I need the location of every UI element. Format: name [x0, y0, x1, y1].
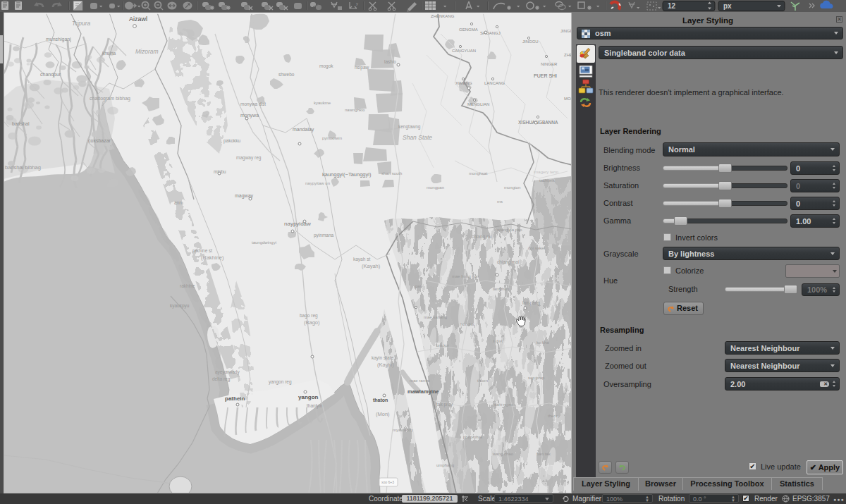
svg-text:hsipaw: hsipaw: [355, 65, 369, 70]
svg-text:mae sariang: mae sariang: [424, 315, 447, 319]
svg-text:barishal: barishal: [12, 121, 30, 126]
svg-text:pakokku: pakokku: [223, 138, 241, 144]
svg-text:phop phra: phop phra: [463, 435, 483, 439]
svg-text:mandalay: mandalay: [293, 127, 314, 133]
svg-text:(Rakhine): (Rakhine): [201, 254, 224, 261]
svg-text:sop prap: sop prap: [528, 376, 545, 380]
svg-text:Tripura: Tripura: [72, 20, 91, 27]
svg-text:Mizoram: Mizoram: [135, 48, 159, 55]
svg-text:MENGLIAN: MENGLIAN: [467, 102, 489, 106]
svg-text:lampang: lampang: [522, 300, 540, 306]
svg-text:kyaukpyu: kyaukpyu: [170, 303, 190, 309]
svg-text:XIMENG: XIMENG: [455, 81, 472, 85]
svg-text:pyinoolwin: pyinoolwin: [322, 136, 342, 140]
svg-text:JINGD: JINGD: [560, 29, 572, 33]
svg-text:pathein: pathein: [225, 395, 245, 402]
svg-text:wiang pa pao: wiang pa pao: [496, 228, 522, 232]
svg-text:(Mon): (Mon): [376, 411, 390, 417]
svg-text:myawaddy: myawaddy: [393, 428, 413, 432]
svg-text:mae ramat: mae ramat: [410, 379, 430, 383]
svg-text:ko kha: ko kha: [537, 340, 549, 345]
svg-text:kengtawng: kengtawng: [398, 124, 421, 130]
svg-text:ann: ann: [174, 200, 182, 205]
svg-text:munshiganj: munshiganj: [46, 37, 71, 42]
svg-text:LANCANG: LANCANG: [484, 81, 505, 85]
svg-text:thern: thern: [548, 414, 558, 418]
svg-text:ms: ms: [497, 199, 503, 204]
svg-text:CANGYUAN: CANGYUAN: [452, 49, 476, 53]
svg-text:mongton: mongton: [504, 185, 520, 190]
svg-text:thaton: thaton: [373, 398, 388, 402]
svg-text:shan south: shan south: [381, 171, 402, 176]
svg-text:12: 12: [668, 2, 676, 10]
svg-text:lashio: lashio: [384, 59, 396, 64]
svg-text:yangon: yangon: [298, 394, 319, 400]
svg-text:thanlyin: thanlyin: [307, 403, 323, 409]
svg-text:hot dist: hot dist: [460, 322, 474, 326]
svg-text:om koi: om koi: [436, 343, 449, 348]
svg-text:px: px: [723, 2, 732, 10]
svg-text:PUER SHI: PUER SHI: [534, 73, 557, 78]
svg-text:chiang rai: chiang rai: [472, 234, 491, 240]
svg-text:naypyidaw: naypyidaw: [284, 221, 311, 227]
svg-text:kyaukme: kyaukme: [314, 101, 331, 105]
svg-text:SHUANGJ: SHUANGJ: [480, 31, 501, 35]
svg-text:chattogram bibhag: chattogram bibhag: [90, 96, 130, 102]
svg-text:mae hong son: mae hong son: [452, 274, 479, 278]
svg-text:ZHENKANG: ZHENKANG: [431, 14, 455, 18]
svg-text:khulna: khulna: [102, 51, 116, 56]
svg-text:kaunggyi(~Taunggyi): kaunggyi(~Taunggyi): [322, 171, 372, 178]
svg-text:mawlamyine: mawlamyine: [407, 388, 439, 395]
svg-text:rakhine: rakhine: [180, 283, 195, 288]
svg-text:bago reg: bago reg: [300, 313, 318, 319]
svg-text:ayeyarwady: ayeyarwady: [215, 369, 240, 375]
svg-text:naypyitaw un: naypyitaw un: [305, 181, 330, 185]
svg-text:(Kayah): (Kayah): [362, 263, 381, 269]
svg-text:pyinmana: pyinmana: [314, 233, 334, 238]
svg-text:thoen: thoen: [477, 379, 488, 383]
svg-text:delta reg: delta reg: [212, 376, 231, 382]
svg-text:barishal bibhag: barishal bibhag: [5, 164, 41, 171]
svg-text:mongpan: mongpan: [427, 185, 444, 190]
svg-text:doi saket: doi saket: [528, 246, 545, 250]
svg-text:xoo 6+3: xoo 6+3: [381, 480, 394, 484]
svg-text:Aizawl: Aizawl: [129, 16, 147, 23]
svg-text:(Bago): (Bago): [304, 319, 320, 326]
svg-text:wang chao: wang chao: [492, 452, 514, 456]
svg-text:JINGGU: JINGGU: [522, 39, 539, 44]
svg-text:pai: pai: [415, 284, 421, 288]
svg-text:monywa: monywa: [240, 113, 259, 118]
svg-text:lamphun: lamphun: [493, 287, 509, 291]
svg-text:kayah st: kayah st: [353, 257, 370, 262]
svg-text:sam ngao: sam ngao: [494, 402, 513, 407]
svg-text:ZHEN: ZHEN: [564, 53, 572, 57]
svg-text:monywa dist: monywa dist: [240, 102, 266, 107]
svg-text:tak prov: tak prov: [436, 402, 453, 407]
svg-text:MOJ: MOJ: [564, 97, 572, 101]
svg-text:monghsat: monghsat: [469, 171, 488, 176]
svg-text:GENGMA: GENGMA: [459, 27, 478, 32]
svg-text:XISHUANGBANNA: XISHUANGBANNA: [518, 120, 558, 125]
svg-text:nawnghkio: nawnghkio: [345, 108, 365, 112]
svg-text:chandpur: chandpur: [40, 72, 61, 78]
svg-text:mogok: mogok: [319, 63, 333, 69]
svg-text:rakhine st: rakhine st: [192, 248, 212, 253]
svg-text:NINGER: NINGER: [541, 62, 558, 66]
svg-text:Shan State: Shan State: [403, 134, 432, 141]
svg-text:shwebo: shwebo: [278, 72, 295, 77]
svg-text:ban tak: ban tak: [537, 452, 551, 456]
svg-text:(Kayin): (Kayin): [377, 362, 394, 368]
svg-text:yangon reg: yangon reg: [269, 379, 292, 385]
svg-text:chiang mai: chiang mai: [497, 259, 519, 265]
svg-text:imagery term: imagery term: [534, 170, 558, 174]
svg-text:taungdwingyi: taungdwingyi: [252, 240, 276, 245]
svg-text:y: y: [356, 1, 358, 6]
svg-text:li dist: li dist: [493, 339, 503, 343]
svg-text:coxsbazar: coxsbazar: [88, 138, 111, 143]
svg-text:kayin state: kayin state: [372, 355, 393, 361]
svg-text:tachileik: tachileik: [539, 178, 556, 183]
svg-text:umphang: umphang: [436, 463, 454, 467]
svg-text:magway reg: magway reg: [236, 155, 262, 161]
